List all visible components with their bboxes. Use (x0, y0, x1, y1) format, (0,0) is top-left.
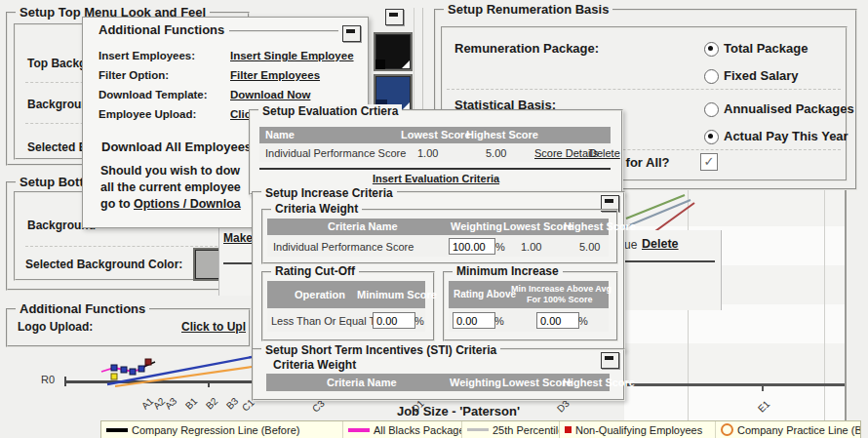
percent-sign: % (578, 315, 588, 327)
fixed-salary-radio[interactable] (704, 69, 719, 84)
evaluation-table-header: Name Lowest Score Highest Score (259, 127, 611, 143)
increase-title: Setup Increase Criteria (261, 186, 397, 200)
insert-single-employee-link[interactable]: Insert Single Employee (230, 50, 354, 61)
col-rating-above: Rating Above (454, 289, 516, 299)
remuneration-package-label: Remuneration Package: (454, 41, 599, 56)
hidden-window-fragment-left: Make (218, 222, 253, 296)
legend-item: Company Regression Line (Before) (101, 421, 343, 438)
minimum-header: Rating Above Min Increase Above Avg For … (449, 281, 609, 308)
rule (259, 168, 611, 170)
separator (25, 246, 232, 247)
total-package-radio[interactable] (704, 42, 719, 57)
cutoff-row: Less Than Or Equal To: % (267, 308, 425, 332)
swatch-corner (375, 60, 385, 69)
renumeration-title: Setup Renumeration Basis (444, 2, 612, 17)
top-background-color-swatch[interactable] (374, 32, 413, 71)
col-weighting: Weighting (451, 220, 502, 232)
filter-option-label: Filter Option: (99, 69, 169, 81)
col-lowest: Lowest Score (401, 129, 471, 140)
evaluation-panel: Setup Evaluation Crtiera Name Lowest Sco… (249, 109, 623, 195)
make-link[interactable]: Make (223, 231, 253, 245)
options-download-link[interactable]: Options / Downloa (134, 197, 241, 211)
value-text: ue (624, 238, 637, 252)
sti-panel: Setup Short Term Incentives (STI) Criter… (252, 348, 625, 401)
min-increase-input[interactable] (536, 312, 579, 329)
download-all-title: Download All Employees (101, 139, 252, 154)
criteria-weight-group: Criteria Weight Criteria Name Weighting … (261, 209, 618, 264)
legend-line-swatch (348, 428, 370, 432)
dialog-title: Additional Functions (99, 22, 224, 37)
data-point-cluster (59, 347, 263, 388)
sti-criteria-weight-title: Criteria Weight (269, 358, 360, 372)
percent-sign: % (414, 315, 424, 327)
lowest-value: 1.00 (417, 147, 438, 159)
weight-table-header: Criteria Name Weighting Lowest Score Hig… (267, 219, 609, 235)
insert-evaluation-link[interactable]: Insert Evaluation Criteria (251, 173, 621, 184)
legend-line-swatch (106, 428, 128, 432)
minimum-increase-group: Minimum Increase Rating Above Min Increa… (443, 271, 618, 341)
filter-employees-link[interactable]: Filter Employees (230, 69, 320, 81)
line3-prefix: go to (100, 197, 134, 211)
delete-link[interactable]: Delete (642, 237, 679, 251)
col-highest: Highest Score (563, 377, 635, 388)
logo-upload-label: Logo Upload: (18, 320, 93, 334)
x-axis-title: Job Size - 'Paterson' (371, 404, 546, 418)
col-minimum-score: Minimum Score (357, 289, 437, 300)
legend-square-swatch (565, 426, 572, 433)
title-groove (229, 30, 338, 34)
increase-panel: Setup Increase Criteria Criteria Weight … (252, 191, 625, 351)
evaluation-title: Setup Evaluation Crtiera (258, 104, 402, 118)
legend-item: Company Practice Line (Before) (716, 421, 860, 438)
col-operation: Operation (295, 289, 345, 300)
swatch-dropdown-icon (402, 60, 410, 68)
highest-value: 5.00 (579, 241, 600, 253)
logo-upload-link[interactable]: Click to Upl (181, 320, 246, 334)
rating-cutoff-group: Rating Cut-Off Operation Minimum Score L… (261, 271, 435, 341)
download-now-link[interactable]: Download Now (230, 89, 310, 100)
setup-bottom-menu-title: Setup Bott (16, 175, 88, 189)
insert-employees-label: Insert Employees: (99, 50, 195, 61)
download-all-text-line3: go to Options / Downloa (100, 197, 241, 211)
weight-table-row: Individual Performance Score % 1.00 5.00 (267, 235, 609, 257)
minimum-score-input[interactable] (373, 312, 415, 329)
total-package-label: Total Package (724, 41, 808, 56)
evaluation-table-row: Individual Performance Score 1.00 5.00 S… (259, 143, 611, 162)
col-min-increase-line1: Min Increase Above Avg (511, 284, 612, 294)
for-all-checkbox[interactable]: ✓ (700, 153, 718, 171)
logo-functions-group: Additional Functions Logo Upload: Click … (6, 308, 251, 347)
x-tick: B3 (224, 395, 240, 411)
legend-circle-swatch (721, 423, 733, 436)
sti-title: Setup Short Term Incentives (STI) Criter… (261, 343, 500, 357)
legend-item: Non-Qualifying Employees (560, 421, 716, 438)
fragment-rule (623, 260, 715, 262)
highest-value: 5.00 (486, 147, 506, 159)
sti-minimize-button[interactable] (601, 352, 619, 369)
download-all-text-line2: all the current employee (100, 180, 241, 194)
hidden-window-fragment-right: ue Delete (621, 230, 722, 310)
weighting-input[interactable] (449, 238, 495, 255)
col-name: Name (265, 129, 295, 140)
dialog-minimize-button[interactable] (342, 25, 361, 42)
legend-label: All Blacks Packages (374, 424, 462, 436)
annualised-packages-radio[interactable] (704, 102, 719, 117)
col-weighting: Weighting (450, 377, 501, 388)
col-lowest: Lowest Score (503, 220, 573, 232)
employee-upload-link[interactable]: Clic (230, 108, 251, 120)
col-criteria-name: Criteria Name (327, 377, 397, 388)
selected-bg-color-label: Selected Background Color: (25, 258, 182, 271)
col-min-increase-line2: For 100% Score (527, 295, 593, 304)
legend-line-swatch (467, 428, 489, 431)
legend-label: Company Regression Line (Before) (132, 424, 299, 436)
rating-cutoff-title: Rating Cut-Off (271, 264, 359, 278)
x-tick: B2 (204, 395, 219, 411)
minimum-increase-title: Minimum Increase (453, 264, 563, 278)
logo-functions-title: Additional Functions (16, 301, 149, 316)
x-tick: A3 (163, 395, 178, 411)
criteria-name: Individual Performance Score (265, 147, 406, 159)
annualised-packages-label: Annualised Packages (724, 101, 854, 116)
minimize-button[interactable] (385, 9, 404, 25)
delete-link[interactable]: Delete (589, 147, 620, 159)
rating-above-input[interactable] (453, 312, 495, 329)
actual-pay-radio[interactable] (704, 130, 719, 144)
legend-label: 25th Percentile (493, 424, 560, 436)
